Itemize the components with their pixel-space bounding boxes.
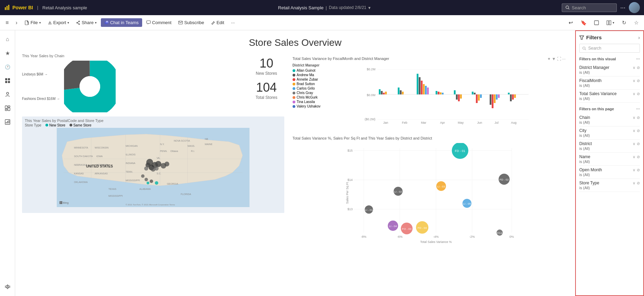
power-bi-logo[interactable]: Power BI	[4, 4, 33, 11]
svg-rect-129	[492, 94, 493, 108]
sidebar-item-workspaces[interactable]	[1, 102, 14, 114]
svg-rect-30	[5, 109, 7, 111]
svg-text:Feb: Feb	[402, 121, 408, 124]
filter-district-manager[interactable]: District Manager ∨ ⊘ is (All)	[579, 63, 640, 76]
filter-open-month[interactable]: Open Month ∨ ⊘ is (All)	[579, 166, 640, 179]
personalize-visual-icon[interactable]: ✦	[547, 57, 551, 61]
view-icon	[606, 20, 611, 25]
view-toggle-button[interactable]: ▾	[604, 19, 617, 27]
filter-store-type[interactable]: Store Type ∨ ⊘ is (All)	[579, 179, 640, 192]
sidebar-item-recent[interactable]: 🕐	[1, 61, 14, 73]
sidebar-item-settings[interactable]	[1, 281, 14, 293]
file-button[interactable]: File ▾	[22, 18, 44, 27]
data-updated-dropdown[interactable]: ▾	[368, 5, 371, 10]
name-clear[interactable]: ⊘	[637, 155, 640, 159]
city-clear[interactable]: ⊘	[637, 129, 640, 133]
svg-text:INDIANA: INDIANA	[126, 162, 136, 164]
open-month-expand[interactable]: ∨	[633, 168, 635, 172]
svg-rect-128	[489, 94, 491, 105]
filters-close-button[interactable]: ›	[638, 35, 640, 40]
fiscal-month-expand[interactable]: ∨	[633, 79, 635, 83]
svg-text:Ottawa: Ottawa	[170, 150, 178, 152]
svg-text:UNITED STATES: UNITED STATES	[86, 164, 113, 168]
svg-rect-133	[508, 93, 509, 94]
total-sales-variance-expand[interactable]: ∨	[633, 92, 635, 96]
svg-rect-119	[454, 90, 455, 94]
svg-text:WISCONSIN: WISCONSIN	[95, 146, 108, 149]
sidebar-item-shared[interactable]	[1, 88, 14, 101]
svg-rect-120	[456, 94, 457, 100]
apps-icon	[5, 78, 10, 83]
search-box[interactable]: Search	[562, 3, 617, 12]
filter-fiscal-month[interactable]: FiscalMonth ∨ ⊘ is (All)	[579, 76, 640, 90]
svg-text:VA.: VA.	[157, 157, 160, 159]
district-clear[interactable]: ⊘	[637, 142, 640, 146]
store-type-expand[interactable]: ∨	[633, 181, 635, 185]
kpi-visual[interactable]: 10 New Stores 104 Total Stores	[249, 54, 284, 103]
total-sales-variance-clear[interactable]: ⊘	[637, 92, 640, 96]
page-title: Store Sales Overview	[22, 37, 568, 48]
pie-label-fashions: Fashions Direct $16M →	[22, 97, 60, 101]
sidebar-item-apps[interactable]	[1, 74, 14, 87]
more-visual-icon[interactable]: ···	[562, 57, 566, 61]
svg-rect-105	[385, 92, 387, 94]
left-sidebar: ⌂ ★ 🕐	[0, 30, 15, 296]
open-month-clear[interactable]: ⊘	[637, 168, 640, 172]
fiscal-month-clear[interactable]: ⊘	[637, 79, 640, 83]
subscribe-button[interactable]: Subscribe	[176, 18, 207, 27]
menu-toggle-button[interactable]: ≡	[3, 18, 11, 28]
sidebar-item-favorites[interactable]: ★	[1, 47, 14, 59]
district-expand[interactable]: ∨	[633, 142, 635, 146]
export-button[interactable]: Export ▾	[45, 18, 72, 27]
user-avatar[interactable]	[629, 2, 640, 13]
store-type-clear[interactable]: ⊘	[637, 181, 640, 185]
edit-button[interactable]: Edit	[208, 18, 227, 27]
scatter-chart-visual[interactable]: Total Sales Variance %, Sales Per Sq Ft …	[290, 133, 568, 287]
svg-text:MICHIGAN: MICHIGAN	[126, 145, 138, 147]
map-legend-label: Store Type	[25, 123, 41, 127]
chat-in-teams-button[interactable]: Chat in Teams	[101, 18, 142, 27]
pie-chart-visual[interactable]: This Year Sales by Chain Lindseys $6M → …	[22, 54, 244, 112]
pie-label-lindseys: Lindseys $6M →	[22, 72, 60, 76]
content-area: Store Sales Overview This Year Sales by …	[15, 30, 644, 296]
pie-chart-title: This Year Sales by Chain	[22, 54, 244, 58]
fullscreen-button[interactable]	[591, 19, 602, 27]
filters-visual-more[interactable]: ···	[636, 56, 640, 61]
more-options-button[interactable]: ···	[620, 4, 625, 11]
share-button[interactable]: Share ▾	[73, 18, 99, 27]
svg-text:R.I.: R.I.	[191, 150, 195, 152]
map-visual[interactable]: This Year Sales by PostalCode and Store …	[22, 116, 284, 213]
svg-point-27	[7, 92, 9, 94]
name-expand[interactable]: ∨	[633, 155, 635, 159]
svg-text:-2%: -2%	[469, 235, 475, 238]
favorite-button[interactable]: ☆	[631, 18, 641, 28]
city-expand[interactable]: ∨	[633, 129, 635, 133]
district-manager-expand[interactable]: ∨	[633, 65, 635, 70]
svg-rect-124	[474, 93, 475, 94]
svg-text:TEXAS: TEXAS	[108, 188, 116, 190]
filter-total-sales-variance[interactable]: Total Sales Variance ∨ ⊘ is (All)	[579, 90, 640, 103]
sidebar-item-home[interactable]: ⌂	[1, 33, 14, 45]
filter-search-box[interactable]: Search	[579, 44, 640, 53]
chevron-button[interactable]: ›	[13, 18, 20, 28]
filters-page-more[interactable]: ···	[636, 106, 640, 111]
filter-chain[interactable]: Chain ∨ ⊘ is (All)	[579, 113, 640, 126]
chain-expand[interactable]: ∨	[633, 115, 635, 120]
comment-button[interactable]: Comment	[144, 18, 174, 27]
chain-clear[interactable]: ⊘	[637, 115, 640, 120]
bar-chart-visual[interactable]: Total Sales Variance by FiscalMonth and …	[290, 54, 568, 129]
filter-visual-icon[interactable]: ▼	[552, 57, 556, 61]
svg-text:Sales Per Sq Ft: Sales Per Sq Ft	[345, 182, 349, 204]
district-manager-clear[interactable]: ⊘	[637, 65, 640, 70]
filter-district[interactable]: District ∨ ⊘ is (All)	[579, 140, 640, 153]
undo-button[interactable]: ↩	[566, 18, 576, 28]
svg-rect-28	[5, 106, 7, 109]
sidebar-item-metrics[interactable]	[1, 116, 14, 128]
filter-name[interactable]: Name ∨ ⊘ is (All)	[579, 153, 640, 166]
more-options-secondbar-button[interactable]: ···	[228, 18, 237, 27]
focus-mode-icon[interactable]: ⛶	[557, 57, 561, 61]
bookmark-button[interactable]: 🔖	[578, 18, 589, 27]
top-bar: Power BI | Retail Analysis sample Retail…	[0, 0, 644, 15]
filter-city[interactable]: City ∨ ⊘ is (All)	[579, 126, 640, 140]
refresh-button[interactable]: ↻	[619, 18, 629, 28]
